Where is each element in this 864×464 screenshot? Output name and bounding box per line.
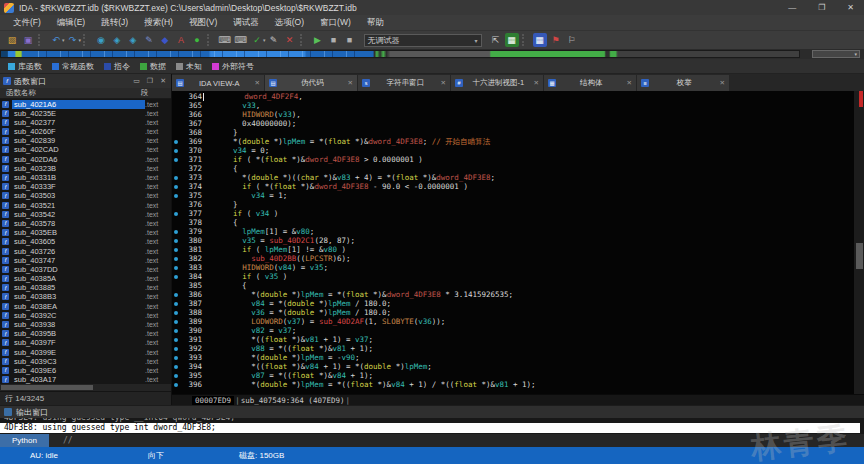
function-name[interactable]: sub_4038B3 <box>12 292 145 301</box>
code-line[interactable]: 384 if ( v35 ) <box>172 272 854 281</box>
discard-icon[interactable]: ✕ <box>283 33 297 47</box>
function-row[interactable]: fsub_403747.text <box>0 256 171 265</box>
panel-close-icon[interactable]: ✕ <box>158 77 168 85</box>
code-line[interactable]: 392 v88 = *((float *)&v81 + 1); <box>172 344 854 353</box>
function-name[interactable]: sub_40260F <box>12 127 145 136</box>
menu-file[interactable]: 文件(F) <box>6 16 48 30</box>
code-line[interactable]: 383 HIDWORD(v84) = v35; <box>172 263 854 272</box>
menu-options[interactable]: 选项(O) <box>268 16 311 30</box>
minimize-button[interactable]: — <box>788 3 796 12</box>
function-name[interactable]: sub_40323B <box>12 164 145 173</box>
code-line[interactable]: 394 *((float *)&v84 + 1) = *(double *)lp… <box>172 362 854 371</box>
function-name[interactable]: sub_402CAD <box>12 145 145 154</box>
close-button[interactable]: ✕ <box>847 3 854 12</box>
function-name[interactable]: sub_402377 <box>12 118 145 127</box>
code-line[interactable]: 393 *(double *)lpMem = -v90; <box>172 353 854 362</box>
function-row[interactable]: fsub_402377.text <box>0 118 171 127</box>
tab-ida-view-a[interactable]: ▤IDA VIEW-A✕ <box>172 75 264 91</box>
function-row[interactable]: fsub_4021A6.text <box>0 99 171 108</box>
function-row[interactable]: fsub_4039E6.text <box>0 366 171 375</box>
output-panel-body[interactable]: 4DF3E4: using guessed type __int64 qword… <box>0 418 864 434</box>
close-icon[interactable]: ✕ <box>534 79 539 87</box>
close-icon[interactable]: ✕ <box>441 79 446 87</box>
function-row[interactable]: fsub_403A17.text <box>0 375 171 384</box>
code-line[interactable]: 370 v34 = 0; <box>172 146 854 155</box>
function-row[interactable]: fsub_4037DD.text <box>0 265 171 274</box>
function-row[interactable]: fsub_40260F.text <box>0 127 171 136</box>
cli-language-button[interactable]: Python <box>0 434 49 447</box>
functions-hscrollbar[interactable] <box>0 384 171 391</box>
menu-help[interactable]: 帮助 <box>360 16 391 30</box>
function-row[interactable]: fsub_40235E.text <box>0 109 171 118</box>
menu-edit[interactable]: 编辑(E) <box>50 16 92 30</box>
function-name[interactable]: sub_4021A6 <box>12 100 145 109</box>
redo-icon[interactable]: ↷ <box>66 33 80 47</box>
function-row[interactable]: fsub_4039C3.text <box>0 357 171 366</box>
close-icon[interactable]: ✕ <box>348 79 353 87</box>
function-row[interactable]: fsub_40399E.text <box>0 347 171 356</box>
tab-enums[interactable]: ≡枚举✕ <box>637 75 729 91</box>
code-line[interactable]: 375 v34 = 1; <box>172 191 854 200</box>
function-row[interactable]: fsub_403885.text <box>0 283 171 292</box>
function-name[interactable]: sub_4039E6 <box>12 366 145 375</box>
column-function-name[interactable]: 函数名称 <box>6 88 141 98</box>
function-name[interactable]: sub_403605 <box>12 237 145 246</box>
function-name[interactable]: sub_40392C <box>12 311 145 320</box>
ink-icon[interactable]: ◆ <box>158 33 172 47</box>
tab-pseudocode[interactable]: ▤伪代码✕ <box>265 75 357 91</box>
breakpoint-pin-icon[interactable]: ⚑ <box>549 33 563 47</box>
menu-debugger[interactable]: 调试器 <box>226 16 266 30</box>
code-line[interactable]: 372 { <box>172 164 854 173</box>
undo-icon[interactable]: ↶ <box>49 33 63 47</box>
function-name[interactable]: sub_4038EA <box>12 302 145 311</box>
keyboard-icon[interactable]: ⌨ <box>218 33 232 47</box>
code-line[interactable]: 380 v35 = sub_40D2C1(28, 87); <box>172 236 854 245</box>
function-name[interactable]: sub_403578 <box>12 219 145 228</box>
code-line[interactable]: 366 HIDWORD(v33), <box>172 110 854 119</box>
function-name[interactable]: sub_403503 <box>12 191 145 200</box>
panel-restore-icon[interactable]: ▭ <box>131 77 142 85</box>
code-line[interactable]: 378 { <box>172 218 854 227</box>
function-row[interactable]: fsub_40333F.text <box>0 182 171 191</box>
menu-view[interactable]: 视图(V) <box>182 16 224 30</box>
function-name[interactable]: sub_403726 <box>12 247 145 256</box>
code-line[interactable]: 382 sub_40D2BB((LPCSTR)6); <box>172 254 854 263</box>
jump-name-icon[interactable]: ◈ <box>110 33 124 47</box>
code-line[interactable]: 371 if ( *(float *)&dword_4DF3E8 > 0.000… <box>172 155 854 164</box>
code-line[interactable]: 388 v36 = *(double *)lpMem / 180.0; <box>172 308 854 317</box>
code-line[interactable]: 389 LODWORD(v37) = sub_40D2AF(1, SLOBYTE… <box>172 317 854 326</box>
function-name[interactable]: sub_403521 <box>12 201 145 210</box>
function-row[interactable]: fsub_403542.text <box>0 210 171 219</box>
code-line[interactable]: 376 } <box>172 200 854 209</box>
function-row[interactable]: fsub_40392C.text <box>0 311 171 320</box>
apply-patch-icon[interactable]: ✓ <box>250 33 264 47</box>
functions-column-headers[interactable]: 函数名称 段 <box>0 88 171 99</box>
maximize-button[interactable]: ❐ <box>818 3 825 12</box>
code-line[interactable]: 386 *(double *)lpMem = *(float *)&dword_… <box>172 290 854 299</box>
edit-patch-icon[interactable]: ✎ <box>267 33 281 47</box>
jump-function-icon[interactable]: ◈ <box>126 33 140 47</box>
function-row[interactable]: fsub_40331B.text <box>0 173 171 182</box>
function-name[interactable]: sub_403885 <box>12 283 145 292</box>
function-row[interactable]: fsub_402DA6.text <box>0 155 171 164</box>
shortcut-icon[interactable]: ⌨ <box>234 33 248 47</box>
function-row[interactable]: fsub_403578.text <box>0 219 171 228</box>
function-name[interactable]: sub_402DA6 <box>12 155 145 164</box>
function-row[interactable]: fsub_403938.text <box>0 320 171 329</box>
menu-search[interactable]: 搜索(H) <box>137 16 180 30</box>
code-line[interactable]: 364 dword_4DF2F4, <box>172 92 854 101</box>
code-line[interactable]: 391 *((float *)&v81 + 1) = v37; <box>172 335 854 344</box>
code-vscrollbar-thumb[interactable] <box>856 243 863 269</box>
code-line[interactable]: 390 v82 = v37; <box>172 326 854 335</box>
function-row[interactable]: fsub_403726.text <box>0 246 171 255</box>
code-line[interactable]: 373 *(double *)((char *)&v83 + 4) = *(fl… <box>172 173 854 182</box>
close-icon[interactable]: ✕ <box>720 79 725 87</box>
save-icon[interactable]: ▣ <box>21 33 35 47</box>
function-row[interactable]: fsub_403503.text <box>0 191 171 200</box>
close-icon[interactable]: ✕ <box>627 79 632 87</box>
function-row[interactable]: fsub_4035EB.text <box>0 228 171 237</box>
debugger-selector[interactable]: 无调试器▾ <box>364 34 482 47</box>
stop-icon[interactable]: ■ <box>343 33 357 47</box>
attach-process-icon[interactable]: ⇱ <box>489 33 503 47</box>
function-name[interactable]: sub_40331B <box>12 173 145 182</box>
